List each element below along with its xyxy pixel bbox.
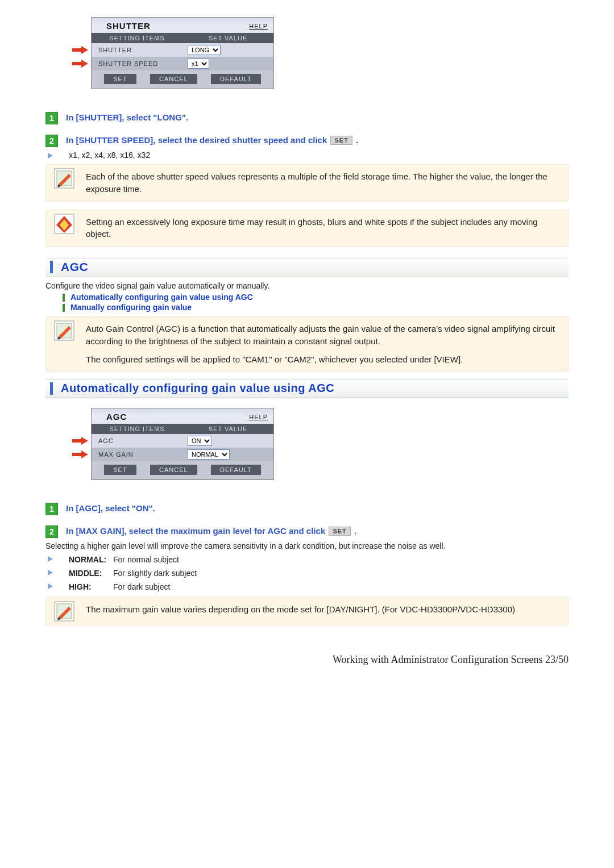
gain-option-row: MIDDLE:For slightly dark subject: [48, 567, 569, 579]
note-paragraph: Auto Gain Control (AGC) is a function th…: [86, 323, 562, 348]
arrow-icon: [72, 60, 88, 68]
shutter-step-2: 2 In [SHUTTER SPEED], select the desired…: [45, 135, 569, 147]
bullet-icon: [48, 153, 53, 158]
arrow-icon: [72, 46, 88, 54]
shutter-speed-list: x1, x2, x4, x8, x16, x32: [48, 151, 569, 160]
shutter-panel-header: SETTING ITEMS SET VALUE: [92, 33, 273, 43]
step-number: 2: [45, 135, 58, 147]
agc-panel-title: AGC: [106, 412, 127, 422]
set-chip: SET: [329, 527, 350, 536]
agc-select[interactable]: ON: [188, 436, 212, 446]
gain-options-list: NORMAL:For normal subjectMIDDLE:For slig…: [48, 554, 569, 592]
step-text: In [SHUTTER], select "LONG".: [66, 112, 188, 122]
step-text-part: In [SHUTTER SPEED], select the desired s…: [66, 135, 329, 145]
col-setting-items: SETTING ITEMS: [92, 425, 182, 432]
bullet-icon: [48, 556, 53, 562]
shutter-panel-title: SHUTTER: [106, 21, 151, 31]
svg-marker-0: [72, 46, 88, 54]
note-paragraph: The configured settings will be applied …: [86, 353, 562, 366]
row-label: SHUTTER: [92, 44, 184, 56]
agc-link-list: Automatically configuring gain value usi…: [45, 293, 569, 312]
step-text: In [SHUTTER SPEED], select the desired s…: [66, 135, 358, 145]
agc-help-link[interactable]: HELP: [249, 414, 268, 420]
agc-manual-link[interactable]: Manually configuring gain value: [70, 303, 192, 312]
agc-maxgain-note: The maximum gain value varies depending …: [45, 597, 569, 625]
agc-row-agc: AGC ON: [92, 434, 273, 448]
agc-section-heading: AGC: [45, 258, 569, 277]
cancel-button[interactable]: CANCEL: [150, 465, 197, 475]
col-set-value: SET VALUE: [182, 425, 273, 432]
speed-values: x1, x2, x4, x8, x16, x32: [69, 151, 569, 160]
gain-key: NORMAL:: [69, 555, 113, 564]
agc-panel-buttons: SET CANCEL DEFAULT: [92, 461, 273, 479]
step-number: 1: [45, 503, 58, 515]
set-chip: SET: [330, 136, 352, 145]
agc-row-maxgain: MAX GAIN NORMAL: [92, 448, 273, 461]
agc-auto-heading: Automatically configuring gain value usi…: [45, 379, 569, 398]
default-button[interactable]: DEFAULT: [211, 465, 261, 475]
agc-auto-link[interactable]: Automatically configuring gain value usi…: [70, 293, 253, 302]
shutter-row-speed: SHUTTER SPEED x1: [92, 57, 273, 70]
shutter-row-shutter: SHUTTER LONG: [92, 43, 273, 57]
warning-block: Setting an excessively long exposure tim…: [45, 210, 569, 247]
section-label: Automatically configuring gain value usi…: [61, 382, 334, 395]
step-text-part: .: [354, 135, 358, 145]
cancel-button[interactable]: CANCEL: [150, 74, 197, 84]
shutter-panel-buttons: SET CANCEL DEFAULT: [92, 70, 273, 89]
note-text: Auto Gain Control (AGC) is a function th…: [86, 320, 565, 368]
shutter-panel: SHUTTER HELP SETTING ITEMS SET VALUE SHU…: [91, 17, 569, 89]
set-button[interactable]: SET: [104, 465, 136, 475]
arrow-icon: [72, 437, 88, 445]
warning-icon: [54, 214, 74, 234]
note-block: Each of the above shutter speed values r…: [45, 164, 569, 202]
row-label: AGC: [92, 435, 184, 446]
shutter-select[interactable]: LONG: [188, 45, 221, 55]
section-label: AGC: [61, 260, 88, 274]
agc-step-1: 1 In [AGC], select "ON".: [45, 503, 569, 515]
bullet-icon: [48, 570, 53, 575]
accent-bar: [50, 382, 53, 395]
shutter-help-link[interactable]: HELP: [249, 23, 268, 30]
pencil-note-icon: [54, 168, 74, 189]
step-text: In [MAX GAIN], select the maximum gain l…: [66, 525, 356, 536]
shutter-speed-select[interactable]: x1: [188, 59, 209, 69]
step-number: 2: [45, 525, 58, 538]
note-text: Setting an excessively long exposure tim…: [86, 214, 565, 243]
step-text-part: In [MAX GAIN], select the maximum gain l…: [66, 526, 327, 536]
tick-icon: [63, 304, 65, 312]
step-text-part: .: [352, 526, 356, 536]
default-button[interactable]: DEFAULT: [211, 74, 261, 84]
row-label: SHUTTER SPEED: [92, 58, 184, 69]
gain-desc: For normal subject: [113, 555, 179, 564]
col-setting-items: SETTING ITEMS: [92, 35, 182, 41]
gain-desc: For dark subject: [113, 582, 170, 591]
agc-step-2: 2 In [MAX GAIN], select the maximum gain…: [45, 525, 569, 538]
tick-icon: [63, 294, 65, 302]
page-footer: Working with Administrator Configuration…: [45, 654, 569, 666]
pencil-note-icon: [54, 601, 74, 621]
svg-marker-1: [72, 60, 88, 68]
agc-intro: Configure the video signal gain value au…: [45, 281, 569, 290]
gain-option-row: NORMAL:For normal subject: [48, 554, 569, 565]
pencil-note-icon: [54, 320, 74, 341]
gain-option: HIGH:For dark subject: [69, 582, 569, 591]
gain-desc: For slightly dark subject: [113, 569, 197, 578]
arrow-icon: [72, 450, 88, 458]
shutter-step-1: 1 In [SHUTTER], select "LONG".: [45, 112, 569, 124]
maxgain-select[interactable]: NORMAL: [188, 449, 230, 460]
svg-marker-13: [72, 437, 88, 445]
note-text: Each of the above shutter speed values r…: [86, 168, 565, 198]
bullet-icon: [48, 583, 53, 589]
gain-option: NORMAL:For normal subject: [69, 555, 569, 564]
gain-key: MIDDLE:: [69, 569, 113, 578]
note-text: The maximum gain value varies depending …: [86, 601, 565, 618]
step-number: 1: [45, 112, 58, 124]
gain-key: HIGH:: [69, 582, 113, 591]
set-button[interactable]: SET: [104, 74, 136, 84]
svg-marker-14: [72, 450, 88, 458]
gain-option: MIDDLE:For slightly dark subject: [69, 569, 569, 578]
step-text: In [AGC], select "ON".: [66, 503, 155, 513]
row-label: MAX GAIN: [92, 449, 184, 460]
agc-step2-intro: Selecting a higher gain level will impro…: [45, 541, 569, 550]
agc-note-block: Auto Gain Control (AGC) is a function th…: [45, 316, 569, 372]
